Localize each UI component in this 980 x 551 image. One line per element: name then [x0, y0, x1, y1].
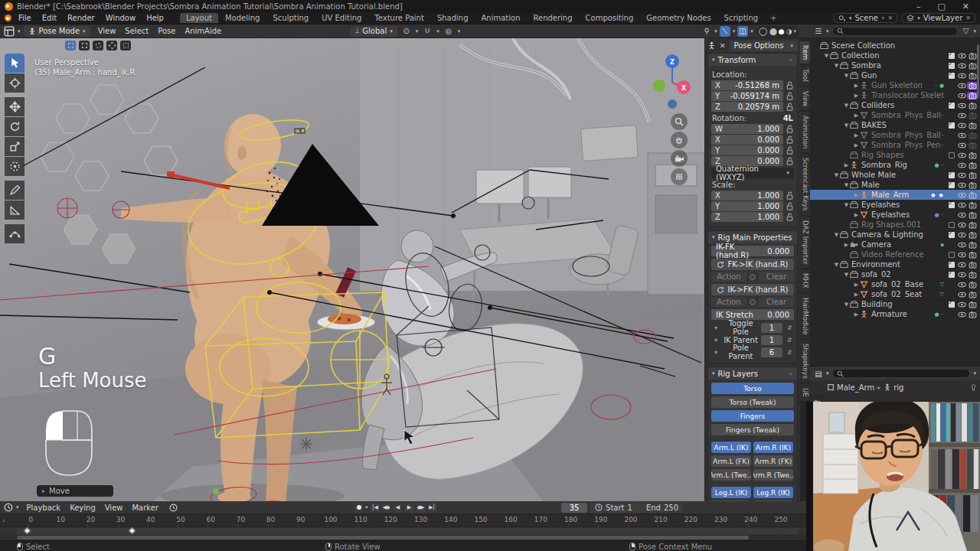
- rig-layer-button[interactable]: Arm.R (Twe...: [753, 469, 793, 481]
- x-circle-icon[interactable]: [749, 273, 756, 281]
- collection-checkbox[interactable]: [946, 262, 956, 268]
- location-field[interactable]: Z0.20579 m: [711, 102, 783, 112]
- render-visibility-icon[interactable]: [967, 161, 978, 169]
- eye-visibility-icon[interactable]: [956, 211, 967, 219]
- eye-visibility-icon[interactable]: [956, 181, 967, 189]
- wireframe-shading-icon[interactable]: ◯: [759, 26, 768, 37]
- editor-type-icon[interactable]: [4, 26, 15, 37]
- breadcrumb-data-chip[interactable]: rig: [884, 383, 903, 392]
- sidebar-tab[interactable]: UE: [800, 384, 810, 401]
- lock-icon[interactable]: [786, 191, 794, 200]
- render-visibility-icon[interactable]: [967, 191, 978, 199]
- workspace-tab[interactable]: Compositing: [580, 13, 640, 23]
- proportional-editing-icon[interactable]: ◎: [443, 26, 454, 37]
- eye-visibility-icon[interactable]: [956, 291, 967, 298]
- pin-icon[interactable]: ⌖: [881, 15, 885, 22]
- pin-icon[interactable]: [970, 383, 977, 392]
- clear-button[interactable]: Clear: [759, 297, 794, 307]
- eye-visibility-icon[interactable]: [956, 161, 967, 169]
- expand-toggle[interactable]: ▶: [853, 83, 860, 89]
- lock-icon[interactable]: [786, 202, 794, 210]
- eye-visibility-icon[interactable]: [956, 132, 967, 139]
- lock-icon[interactable]: [786, 81, 794, 90]
- blender-menu-icon[interactable]: [5, 15, 11, 21]
- viewport-canvas[interactable]: User Perspective (35) Male_Arm : hand_ik…: [0, 38, 704, 501]
- outliner-search-input[interactable]: [832, 27, 959, 36]
- eye-visibility-icon[interactable]: [956, 112, 967, 119]
- start-value[interactable]: 1: [628, 504, 632, 512]
- lock-icon[interactable]: [786, 125, 794, 133]
- workspace-tab[interactable]: Modeling: [219, 13, 266, 23]
- eye-visibility-icon[interactable]: [956, 261, 967, 269]
- render-visibility-icon[interactable]: [967, 241, 978, 249]
- playback-button[interactable]: ◀: [393, 503, 403, 513]
- auto-key-button[interactable]: [354, 503, 364, 513]
- timeline-scrollbar-handle[interactable]: [17, 536, 749, 540]
- lock-icon[interactable]: [786, 213, 794, 221]
- rig-layer-button[interactable]: Fingers: [711, 410, 794, 422]
- render-visibility-icon[interactable]: [967, 181, 978, 189]
- workspace-tab[interactable]: Geometry Nodes: [640, 13, 717, 23]
- viewlayer-selector[interactable]: ▾ ViewLayer ✕: [902, 13, 975, 23]
- rendered-shading-icon[interactable]: ◑: [786, 28, 792, 35]
- eye-visibility-icon[interactable]: [956, 281, 967, 289]
- sidebar-tab[interactable]: Screencast Keys: [800, 154, 810, 214]
- xray-toggle-icon[interactable]: ◫: [737, 26, 748, 37]
- expand-toggle[interactable]: ▶: [843, 242, 850, 248]
- axis-gizmo[interactable]: X Z: [648, 52, 691, 98]
- mode-dropdown[interactable]: Pose Mode ▾: [24, 26, 90, 37]
- workspace-tab[interactable]: Shading: [431, 13, 475, 23]
- lock-icon[interactable]: [786, 103, 794, 111]
- outliner-row[interactable]: ▶ Sombra_Phys_Penis ··: [810, 140, 980, 150]
- workspace-tab[interactable]: Scripting: [718, 13, 764, 23]
- collection-checkbox[interactable]: [946, 182, 956, 188]
- outliner-row[interactable]: ▼ Gun: [810, 70, 980, 80]
- outliner-row[interactable]: ▶ Sombra_Phys_Balls ··: [810, 110, 980, 120]
- outliner-row[interactable]: ▶ sofa_02_Seat ▽: [810, 289, 980, 299]
- render-visibility-icon[interactable]: [967, 102, 978, 109]
- timeline-menu[interactable]: Marker: [127, 504, 163, 512]
- scale-field[interactable]: Y1.000: [711, 201, 783, 211]
- rotation-field[interactable]: Y0.000: [711, 145, 783, 155]
- render-visibility-icon[interactable]: [967, 231, 978, 239]
- rotation-mode-dropdown[interactable]: Quaternion (WXYZ)▾: [711, 168, 794, 178]
- eye-visibility-icon[interactable]: [956, 92, 967, 99]
- property-icon[interactable]: ▾: [711, 324, 720, 331]
- expand-toggle[interactable]: ▶: [853, 282, 860, 288]
- close-icon[interactable]: ✕: [718, 42, 727, 50]
- playback-button[interactable]: ▶: [404, 503, 414, 513]
- unlink-icon[interactable]: ✕: [965, 15, 971, 21]
- select-mode-box[interactable]: [79, 41, 90, 51]
- rotation-field[interactable]: X0.000: [711, 135, 783, 145]
- outliner-row[interactable]: Rig Shapes: [810, 150, 980, 160]
- collection-checkbox[interactable]: [946, 63, 956, 69]
- topbar-menu[interactable]: Help: [141, 13, 169, 23]
- playback-button[interactable]: │◀: [370, 503, 380, 513]
- eye-visibility-icon[interactable]: [956, 271, 967, 279]
- properties-search-input[interactable]: [832, 369, 971, 378]
- ik-to-fk-button[interactable]: IK->FK (hand.R): [711, 284, 794, 295]
- eye-visibility-icon[interactable]: [956, 301, 967, 308]
- add-workspace-button[interactable]: +: [766, 14, 781, 22]
- render-visibility-icon[interactable]: [967, 221, 978, 229]
- properties-editor-icon[interactable]: ▤: [814, 368, 823, 379]
- outliner-row[interactable]: Rig Shapes.001: [810, 220, 980, 230]
- render-visibility-icon[interactable]: [967, 62, 978, 70]
- collection-checkbox[interactable]: [946, 252, 956, 258]
- workspace-tab[interactable]: Animation: [475, 13, 527, 23]
- eye-visibility-icon[interactable]: [956, 152, 967, 159]
- viewport-menu[interactable]: Select: [120, 26, 153, 36]
- outliner-row[interactable]: ▼ Collection: [810, 51, 980, 60]
- workspace-tab[interactable]: Layout: [180, 13, 218, 23]
- sidebar-tab[interactable]: MHX: [800, 269, 810, 292]
- select-mode-circle[interactable]: [93, 41, 103, 51]
- expand-toggle[interactable]: ▼: [843, 302, 850, 308]
- expand-toggle[interactable]: ▼: [843, 103, 850, 109]
- outliner-row[interactable]: ▶ Armature ●··: [810, 309, 980, 319]
- render-visibility-icon[interactable]: [967, 261, 978, 269]
- expand-toggle[interactable]: ▶: [853, 192, 860, 198]
- viewport-menu[interactable]: Pose: [153, 26, 180, 36]
- collection-checkbox[interactable]: [946, 53, 956, 59]
- sidebar-tab[interactable]: Animation: [800, 112, 810, 152]
- stepper-icon[interactable]: ⇵: [785, 349, 794, 356]
